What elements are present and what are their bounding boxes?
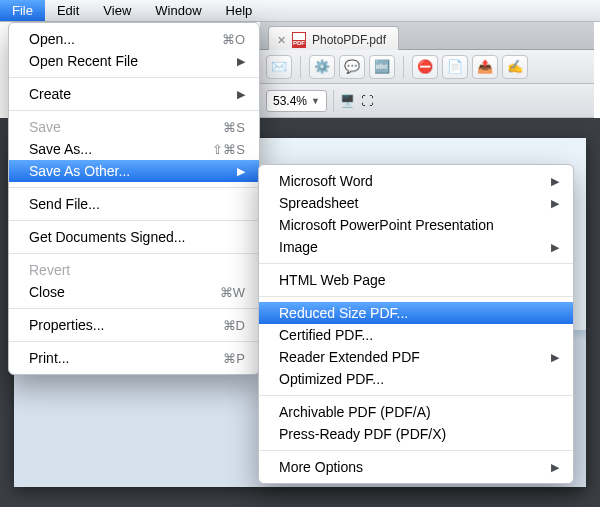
menu-item-get-signed[interactable]: Get Documents Signed... [9, 226, 259, 248]
submenu-arrow-icon: ▶ [237, 165, 245, 178]
menu-separator [259, 450, 573, 451]
menu-item-send-file[interactable]: Send File... [9, 193, 259, 215]
menu-item-create[interactable]: Create ▶ [9, 83, 259, 105]
submenu-item-press-ready[interactable]: Press-Ready PDF (PDF/X) [259, 423, 573, 445]
shortcut: ⌘O [222, 32, 245, 47]
sign-button[interactable]: ✍️ [502, 55, 528, 79]
menu-edit[interactable]: Edit [45, 0, 91, 21]
submenu-arrow-icon: ▶ [551, 197, 559, 210]
menu-item-print[interactable]: Print... ⌘P [9, 347, 259, 369]
menu-item-save-as[interactable]: Save As... ⇧⌘S [9, 138, 259, 160]
label: Archivable PDF (PDF/A) [279, 404, 431, 420]
label: Properties... [29, 317, 104, 333]
menu-file[interactable]: File [0, 0, 45, 21]
fit-width-button[interactable]: ⛶ [361, 94, 373, 108]
file-menu: Open... ⌘O Open Recent File ▶ Create ▶ S… [8, 22, 260, 375]
label: Image [279, 239, 318, 255]
label: Save As Other... [29, 163, 130, 179]
label: Create [29, 86, 71, 102]
submenu-item-certified[interactable]: Certified PDF... [259, 324, 573, 346]
document-tab[interactable]: ✕ PhotoPDF.pdf [268, 26, 399, 50]
submenu-arrow-icon: ▶ [551, 351, 559, 364]
toolbar-separator [300, 56, 301, 78]
menu-item-properties[interactable]: Properties... ⌘D [9, 314, 259, 336]
label: Send File... [29, 196, 100, 212]
mail-button[interactable]: ✉️ [266, 55, 292, 79]
menu-item-open[interactable]: Open... ⌘O [9, 28, 259, 50]
menu-item-open-recent[interactable]: Open Recent File ▶ [9, 50, 259, 72]
menu-separator [9, 308, 259, 309]
label: Open Recent File [29, 53, 138, 69]
label: More Options [279, 459, 363, 475]
label: Save As... [29, 141, 92, 157]
shortcut: ⌘S [223, 120, 245, 135]
toolbar-separator [403, 56, 404, 78]
menu-separator [9, 341, 259, 342]
label: Microsoft PowerPoint Presentation [279, 217, 494, 233]
label: Reduced Size PDF... [279, 305, 408, 321]
submenu-item-reduced-size[interactable]: Reduced Size PDF... [259, 302, 573, 324]
close-tab-icon[interactable]: ✕ [277, 34, 286, 47]
label: Certified PDF... [279, 327, 373, 343]
menu-separator [9, 77, 259, 78]
submenu-item-reader-extended[interactable]: Reader Extended PDF ▶ [259, 346, 573, 368]
submenu-arrow-icon: ▶ [551, 241, 559, 254]
menu-separator [9, 220, 259, 221]
label: Open... [29, 31, 75, 47]
submenu-item-archivable[interactable]: Archivable PDF (PDF/A) [259, 401, 573, 423]
label: Close [29, 284, 65, 300]
submenu-item-more-options[interactable]: More Options ▶ [259, 456, 573, 478]
label: Press-Ready PDF (PDF/X) [279, 426, 446, 442]
menu-item-close[interactable]: Close ⌘W [9, 281, 259, 303]
menu-separator [259, 296, 573, 297]
submenu-item-image[interactable]: Image ▶ [259, 236, 573, 258]
submenu-item-word[interactable]: Microsoft Word ▶ [259, 170, 573, 192]
document-tab-title: PhotoPDF.pdf [312, 33, 386, 47]
menu-separator [9, 253, 259, 254]
document-tabstrip: ✕ PhotoPDF.pdf [260, 22, 594, 50]
copy-page-button[interactable]: 📄 [442, 55, 468, 79]
submenu-arrow-icon: ▶ [237, 88, 245, 101]
zoom-value: 53.4% [273, 94, 307, 108]
export-button[interactable]: 📤 [472, 55, 498, 79]
label: Spreadsheet [279, 195, 358, 211]
label: Revert [29, 262, 70, 278]
submenu-arrow-icon: ▶ [551, 175, 559, 188]
main-toolbar: ✉️ ⚙️ 💬 🔤 ⛔ 📄 📤 ✍️ [260, 50, 594, 84]
fit-page-button[interactable]: 🖥️ [340, 94, 355, 108]
label: Microsoft Word [279, 173, 373, 189]
submenu-item-optimized[interactable]: Optimized PDF... [259, 368, 573, 390]
label: Reader Extended PDF [279, 349, 420, 365]
menu-window[interactable]: Window [143, 0, 213, 21]
text-edit-button[interactable]: 🔤 [369, 55, 395, 79]
comment-button[interactable]: 💬 [339, 55, 365, 79]
pdf-icon [292, 32, 306, 48]
menu-help[interactable]: Help [214, 0, 265, 21]
submenu-arrow-icon: ▶ [237, 55, 245, 68]
shortcut: ⇧⌘S [212, 142, 245, 157]
chevron-down-icon: ▼ [311, 96, 320, 106]
toolbar-separator [333, 90, 334, 112]
submenu-item-powerpoint[interactable]: Microsoft PowerPoint Presentation [259, 214, 573, 236]
shortcut: ⌘D [223, 318, 245, 333]
menu-view[interactable]: View [91, 0, 143, 21]
menu-separator [259, 263, 573, 264]
delete-page-button[interactable]: ⛔ [412, 55, 438, 79]
label: Get Documents Signed... [29, 229, 185, 245]
menu-item-save-as-other[interactable]: Save As Other... ▶ [9, 160, 259, 182]
submenu-arrow-icon: ▶ [551, 461, 559, 474]
shortcut: ⌘P [223, 351, 245, 366]
label: Optimized PDF... [279, 371, 384, 387]
submenu-item-spreadsheet[interactable]: Spreadsheet ▶ [259, 192, 573, 214]
settings-button[interactable]: ⚙️ [309, 55, 335, 79]
save-as-other-submenu: Microsoft Word ▶ Spreadsheet ▶ Microsoft… [258, 164, 574, 484]
label: HTML Web Page [279, 272, 386, 288]
label: Print... [29, 350, 69, 366]
menu-item-save: Save ⌘S [9, 116, 259, 138]
zoom-toolbar: 53.4% ▼ 🖥️ ⛶ [260, 84, 594, 118]
submenu-item-html[interactable]: HTML Web Page [259, 269, 573, 291]
zoom-field[interactable]: 53.4% ▼ [266, 90, 327, 112]
menu-separator [259, 395, 573, 396]
label: Save [29, 119, 61, 135]
menubar: File Edit View Window Help [0, 0, 600, 22]
